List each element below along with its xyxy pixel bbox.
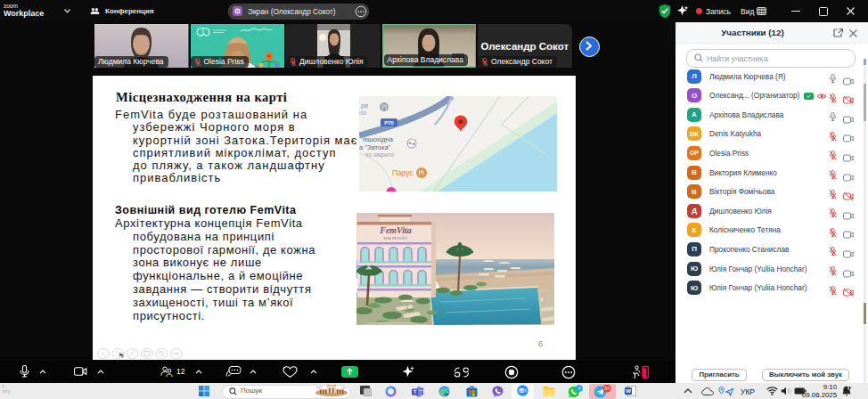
svg-text:пішохідна: пішохідна [363, 135, 394, 143]
svg-text:а "Затока": а "Затока" [359, 143, 391, 151]
svg-text:ыто: ыто [359, 110, 367, 116]
svg-text:3: 3 [577, 386, 580, 391]
svg-text:но закрыто: но закрыто [365, 151, 395, 159]
svg-text:Парус: Парус [392, 168, 414, 177]
svg-text:SPA RESORT: SPA RESORT [383, 237, 408, 240]
svg-text:ре: ре [361, 102, 368, 110]
svg-text:P70: P70 [384, 120, 394, 126]
svg-text:54: 54 [604, 386, 610, 391]
svg-text:zoom: zoom [520, 389, 527, 393]
svg-text:FemVita: FemVita [379, 225, 412, 235]
svg-text:W: W [626, 388, 631, 394]
